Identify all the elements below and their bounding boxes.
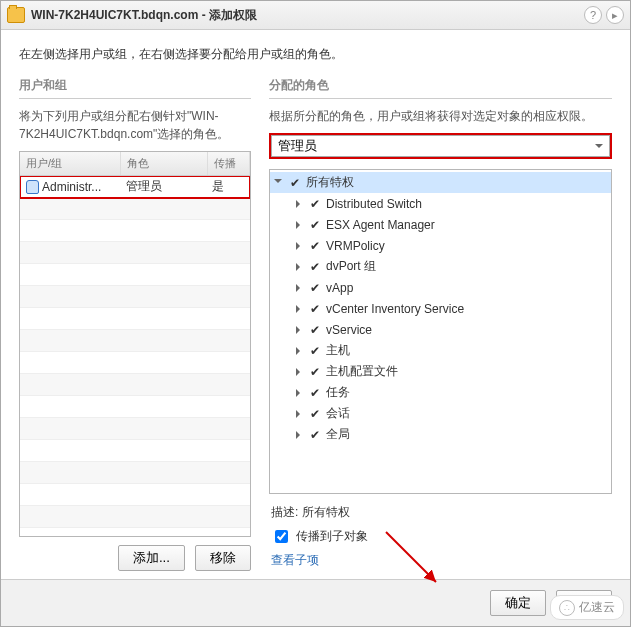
add-button[interactable]: 添加... [118,545,185,571]
checkmark-icon: ✔ [309,365,321,379]
checkmark-icon: ✔ [309,302,321,316]
tree-item[interactable]: ✔任务 [270,382,611,403]
chevron-right-icon[interactable] [296,221,304,229]
tree-item[interactable]: ✔全局 [270,424,611,445]
tree-item[interactable]: ✔所有特权 [270,172,611,193]
propagate-checkbox-label[interactable]: 传播到子对象 [271,527,610,546]
chevron-right-icon[interactable] [296,200,304,208]
folder-icon [7,7,25,23]
checkmark-icon: ✔ [309,323,321,337]
remove-button[interactable]: 移除 [195,545,251,571]
users-table: 用户/组 角色 传播 Administr... 管理员 是 [19,151,251,537]
role-select-wrap [269,133,612,159]
role-select[interactable] [271,135,610,157]
tree-item[interactable]: ✔会话 [270,403,611,424]
checkmark-icon: ✔ [309,344,321,358]
table-head: 用户/组 角色 传播 [20,152,250,176]
chevron-right-icon[interactable] [296,326,304,334]
tree-item-label: 会话 [326,405,350,422]
table-row[interactable]: Administr... 管理员 是 [20,176,250,198]
tree-item-label: 所有特权 [306,174,354,191]
checkmark-icon: ✔ [309,260,321,274]
tree-item[interactable]: ✔ESX Agent Manager [270,214,611,235]
users-desc: 将为下列用户或组分配右侧针对"WIN-7K2H4UIC7KT.bdqn.com"… [19,107,251,143]
intro-text: 在左侧选择用户或组，在右侧选择要分配给用户或组的角色。 [19,46,612,63]
cell-prop: 是 [206,178,250,195]
chevron-right-icon[interactable] [296,305,304,313]
dialog-content: 在左侧选择用户或组，在右侧选择要分配给用户或组的角色。 用户和组 将为下列用户或… [1,30,630,579]
users-heading: 用户和组 [19,77,251,99]
tree-item-label: 主机配置文件 [326,363,398,380]
tree-item-label: vCenter Inventory Service [326,302,464,316]
tree-item-label: 全局 [326,426,350,443]
chevron-right-icon[interactable] [296,347,304,355]
tree-item-label: 主机 [326,342,350,359]
chevron-right-icon[interactable] [296,284,304,292]
checkmark-icon: ✔ [309,197,321,211]
watermark: ∴ 亿速云 [550,595,624,620]
tree-item-label: VRMPolicy [326,239,385,253]
checkmark-icon: ✔ [309,239,321,253]
col-role[interactable]: 角色 [121,152,208,175]
priv-desc-row: 描述: 所有特权 [271,504,610,521]
tree-item[interactable]: ✔主机 [270,340,611,361]
checkmark-icon: ✔ [309,218,321,232]
chevron-right-icon[interactable] [296,431,304,439]
help-icon[interactable]: ? [584,6,602,24]
priv-desc-value: 所有特权 [302,505,350,519]
cell-user: Administr... [42,180,101,194]
ok-button[interactable]: 确定 [490,590,546,616]
tree-item[interactable]: ✔Distributed Switch [270,193,611,214]
watermark-text: 亿速云 [579,599,615,616]
view-children-link[interactable]: 查看子项 [271,553,319,567]
users-actions: 添加... 移除 [19,537,251,579]
priv-desc-label: 描述: [271,505,298,519]
tree-item-label: vApp [326,281,353,295]
chevron-right-icon[interactable] [296,389,304,397]
user-icon [26,180,39,194]
watermark-icon: ∴ [559,600,575,616]
propagate-label: 传播到子对象 [296,528,368,545]
pin-icon[interactable]: ▸ [606,6,624,24]
tree-item-label: ESX Agent Manager [326,218,435,232]
tree-item-label: 任务 [326,384,350,401]
roles-desc: 根据所分配的角色，用户或组将获得对选定对象的相应权限。 [269,107,612,125]
cell-role: 管理员 [120,178,206,195]
tree-item[interactable]: ✔vService [270,319,611,340]
add-permission-dialog: WIN-7K2H4UIC7KT.bdqn.com - 添加权限 ? ▸ 在左侧选… [0,0,631,627]
roles-footer: 描述: 所有特权 传播到子对象 查看子项 [269,494,612,579]
tree-item-label: dvPort 组 [326,258,376,275]
tree-item[interactable]: ✔dvPort 组 [270,256,611,277]
tree-item-label: vService [326,323,372,337]
checkmark-icon: ✔ [309,386,321,400]
tree-item[interactable]: ✔VRMPolicy [270,235,611,256]
roles-heading: 分配的角色 [269,77,612,99]
checkmark-icon: ✔ [309,407,321,421]
titlebar: WIN-7K2H4UIC7KT.bdqn.com - 添加权限 ? ▸ [1,1,630,30]
dialog-title: WIN-7K2H4UIC7KT.bdqn.com - 添加权限 [31,7,257,24]
roles-pane: 分配的角色 根据所分配的角色，用户或组将获得对选定对象的相应权限。 ✔所有特权✔… [269,77,612,579]
chevron-right-icon[interactable] [296,368,304,376]
privilege-tree[interactable]: ✔所有特权✔Distributed Switch✔ESX Agent Manag… [269,169,612,494]
col-user[interactable]: 用户/组 [20,152,121,175]
dialog-footer: 确定 取消 [1,579,630,626]
tree-item[interactable]: ✔vApp [270,277,611,298]
checkmark-icon: ✔ [309,281,321,295]
chevron-right-icon[interactable] [296,410,304,418]
propagate-checkbox[interactable] [275,530,288,543]
tree-item[interactable]: ✔vCenter Inventory Service [270,298,611,319]
col-prop[interactable]: 传播 [208,152,250,175]
chevron-right-icon[interactable] [296,242,304,250]
tree-item-label: Distributed Switch [326,197,422,211]
chevron-right-icon[interactable] [274,179,282,187]
users-pane: 用户和组 将为下列用户或组分配右侧针对"WIN-7K2H4UIC7KT.bdqn… [19,77,251,579]
table-body: Administr... 管理员 是 [20,176,250,536]
checkmark-icon: ✔ [309,428,321,442]
checkmark-icon: ✔ [289,176,301,190]
chevron-right-icon[interactable] [296,263,304,271]
tree-item[interactable]: ✔主机配置文件 [270,361,611,382]
